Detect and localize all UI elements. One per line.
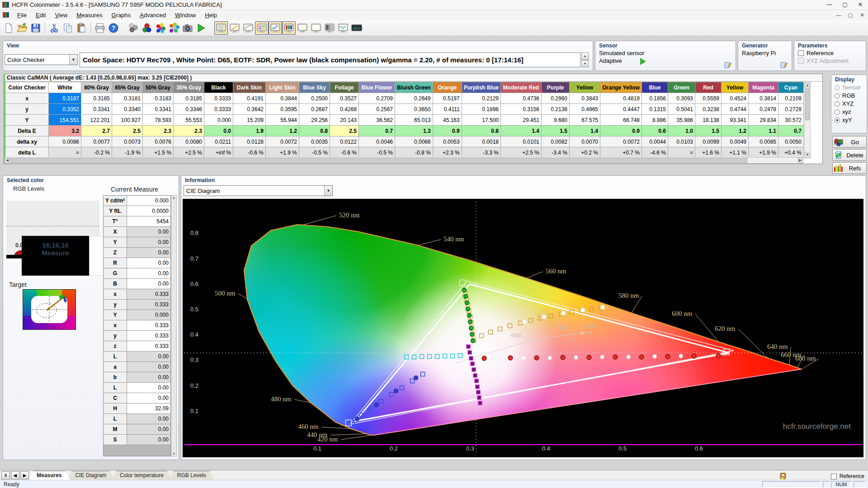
tab-scroll-right[interactable]: ▶ (20, 471, 29, 479)
info-spinner[interactable]: ▲▼ (581, 52, 589, 67)
view-histogram-icon[interactable] (269, 21, 282, 35)
cell-Y-12[interactable]: 45.163 (433, 115, 462, 126)
column-header-red[interactable]: Red (695, 82, 722, 93)
cell-Delta-E-21[interactable]: 1.2 (722, 126, 749, 136)
cell-x-6[interactable]: 0.4191 (233, 93, 266, 104)
menu-item-window[interactable]: Window (170, 11, 200, 19)
cell-Delta-E-2[interactable]: 2.5 (112, 126, 143, 136)
cell-delta-L-9[interactable]: -0.6 % (330, 147, 359, 158)
cell-y-21[interactable]: 0.4744 (722, 104, 749, 115)
cell-delta-L-3[interactable]: +1.5 % (143, 147, 174, 158)
cell-delta-xy-21[interactable]: 0.0049 (722, 136, 749, 147)
cell-Y-2[interactable]: 100.927 (112, 115, 143, 126)
cell-x-0[interactable]: 0.3187 (49, 93, 81, 104)
cell-Delta-E-16[interactable]: 1.4 (570, 126, 600, 136)
cell-x-21[interactable]: 0.4524 (722, 93, 749, 104)
table-hscrollbar[interactable]: ◀ ▶ (4, 157, 803, 164)
display-radio-xyz[interactable]: XYZ (835, 100, 867, 107)
cell-y-12[interactable]: 0.4111 (433, 104, 462, 115)
view-luminance-curve-icon[interactable] (241, 21, 255, 35)
cell-Y-6[interactable]: 15.209 (233, 115, 266, 126)
cell-delta-xy-9[interactable]: 0.0122 (330, 136, 359, 147)
column-header-35-gray[interactable]: 35% Gray (174, 82, 204, 93)
cell-delta-xy-4[interactable]: 0.0080 (174, 136, 204, 147)
copy-icon[interactable] (61, 21, 75, 35)
cell-Delta-E-23[interactable]: 0.7 (778, 126, 804, 136)
cell-delta-xy-0[interactable]: 0.0086 (49, 136, 81, 147)
cell-y-13[interactable]: 0.1896 (462, 104, 500, 115)
cell-Delta-E-5[interactable]: 0.0 (204, 126, 233, 136)
save-icon[interactable] (29, 21, 42, 35)
view-measures-grid-icon[interactable] (214, 21, 228, 35)
cell-Y-7[interactable]: 55.944 (266, 115, 299, 126)
cell-Delta-E-3[interactable]: 2.3 (143, 126, 174, 136)
gray-sensors-icon[interactable] (127, 21, 140, 35)
cell-delta-xy-3[interactable]: 0.0076 (143, 136, 174, 147)
cell-Delta-E-15[interactable]: 1.5 (542, 126, 570, 136)
cell-y-11[interactable]: 0.3650 (395, 104, 433, 115)
cell-y-9[interactable]: 0.4268 (330, 104, 359, 115)
column-header-blue-flower[interactable]: Blue Flower (359, 82, 395, 93)
cell-x-15[interactable]: 0.2960 (542, 93, 570, 104)
cell-Y-5[interactable]: 0.000 (204, 115, 233, 126)
cell-delta-L-11[interactable]: -0.8 % (395, 147, 433, 158)
display-radio-rgb[interactable]: RGB (835, 92, 867, 99)
cell-Y-22[interactable]: 29.834 (749, 115, 778, 126)
column-header-cyan[interactable]: Cyan (778, 82, 804, 93)
view-gamma-curve-icon[interactable] (228, 21, 241, 35)
cell-x-13[interactable]: 0.2129 (462, 93, 500, 104)
cell-delta-L-20[interactable]: +1.6 % (695, 147, 722, 158)
menu-item-advanced[interactable]: Advanced (135, 11, 170, 19)
cell-delta-xy-7[interactable]: 0.0072 (266, 136, 299, 147)
menu-item-measures[interactable]: Measures (72, 11, 107, 19)
reference-toggle-checkbox[interactable] (831, 474, 837, 479)
column-header-purplish-blue[interactable]: Purplish Blue (462, 82, 500, 93)
cell-delta-L-23[interactable]: +0.4 % (778, 147, 804, 158)
column-header-black[interactable]: Black (204, 82, 233, 93)
view-gradient-icon[interactable] (323, 21, 336, 35)
start-measure-icon[interactable] (194, 21, 208, 35)
cell-Y-1[interactable]: 122.201 (81, 115, 112, 126)
sensor-config-icon[interactable] (724, 61, 732, 68)
cell-Delta-E-18[interactable]: 0.6 (642, 126, 668, 136)
cell-delta-xy-18[interactable]: 0.0044 (642, 136, 668, 147)
cell-Y-4[interactable]: 55.553 (174, 115, 204, 126)
cell-x-4[interactable]: 0.3185 (174, 93, 204, 104)
information-view-select[interactable]: CIE Diagram ▼ (184, 185, 333, 196)
mdi-minimize-icon[interactable]: — (833, 12, 844, 18)
cell-Y-23[interactable]: 30.572 (778, 115, 804, 126)
help-icon[interactable]: ? (107, 21, 120, 35)
maximize-button[interactable]: ▢ (837, 0, 853, 9)
cell-delta-xy-6[interactable]: 0.0128 (233, 136, 266, 147)
column-header-purple[interactable]: Purple (542, 82, 570, 93)
cell-delta-xy-2[interactable]: 0.0073 (112, 136, 143, 147)
cell-x-3[interactable]: 0.3183 (143, 93, 174, 104)
cell-Y-3[interactable]: 78.593 (143, 115, 174, 126)
generator-config-icon[interactable] (780, 61, 788, 68)
delete-button[interactable]: Delete (832, 149, 867, 161)
mdi-restore-icon[interactable]: ▢ (844, 12, 856, 18)
column-header-80-gray[interactable]: 80% Gray (81, 82, 112, 93)
chevron-down-icon[interactable]: ▼ (69, 55, 77, 65)
cell-Y-16[interactable]: 67.575 (570, 115, 600, 126)
cell-delta-L-19[interactable]: = (668, 147, 695, 158)
cell-delta-L-8[interactable]: -0.5 % (299, 147, 330, 158)
cell-Y-20[interactable]: 18.138 (695, 115, 722, 126)
cell-delta-xy-15[interactable]: 0.0082 (542, 136, 570, 147)
cell-Delta-E-13[interactable]: 0.8 (462, 126, 500, 136)
cell-Delta-E-19[interactable]: 1.0 (668, 126, 695, 136)
tab-close-button[interactable]: X (1, 471, 10, 479)
column-header-yellow[interactable]: Yellow (570, 82, 600, 93)
cell-y-14[interactable]: 0.3156 (501, 104, 542, 115)
cell-Y-0[interactable]: 154.551 (49, 115, 81, 126)
column-header-yellow[interactable]: Yellow (722, 82, 749, 93)
cell-delta-xy-5[interactable]: 0.0211 (204, 136, 233, 147)
cell-delta-L-22[interactable]: +1.9 % (749, 147, 778, 158)
cell-Delta-E-0[interactable]: 3.2 (49, 126, 81, 136)
cell-Y-11[interactable]: 65.013 (395, 115, 433, 126)
cell-delta-L-6[interactable]: -0.6 % (233, 147, 266, 158)
tab-measures[interactable]: Measures (28, 471, 70, 480)
column-header-blue[interactable]: Blue (642, 82, 668, 93)
lcd-panel-icon[interactable] (350, 21, 363, 35)
cell-y-7[interactable]: 0.3595 (266, 104, 299, 115)
